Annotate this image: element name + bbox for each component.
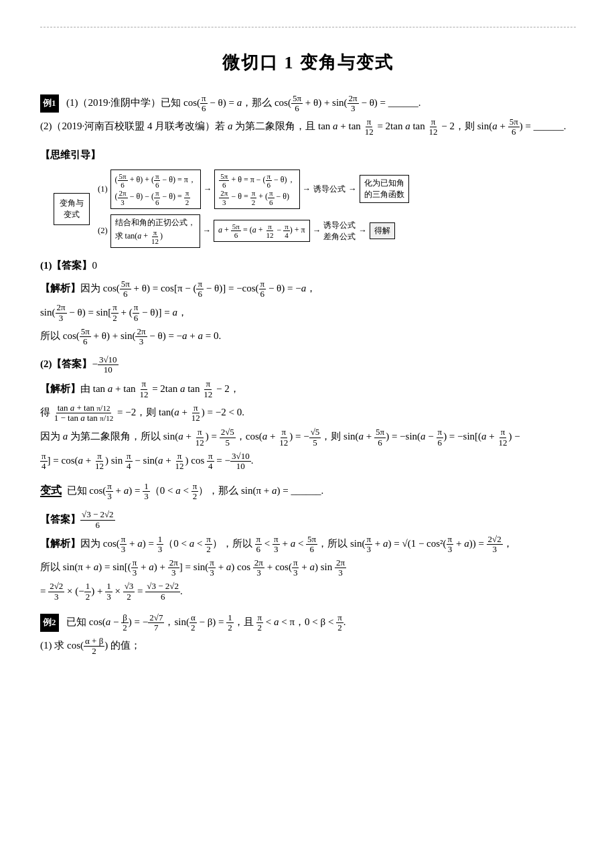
flow-box-main: 变角与变式 xyxy=(54,193,90,225)
flow-conditions-2: 结合和角的正切公式，求 tan(a + π12) xyxy=(110,214,200,248)
analysis2-line3: 因为 a 为第二象限角，所以 sin(a + π12) = 2√55，cos(a… xyxy=(40,427,576,447)
example1-label: 例1 xyxy=(40,94,59,113)
bianse-analysis-line3: = 2√23 × (−12) + 13 × √32 = √3 − 2√26. xyxy=(40,582,576,602)
flow-result-1: 5π6 + θ = π − (π6 − θ)， 2π3 − θ = π2 + (… xyxy=(214,170,299,208)
bianse-answer: 【答案】√3 − 2√26 xyxy=(40,510,576,530)
flow-tag-1: 化为已知角的三角函数 xyxy=(360,175,409,203)
flow-result-final: 得解 xyxy=(370,222,395,239)
answer2: (2)【答案】−3√1010 xyxy=(40,354,576,375)
flow-diagram: 变角与变式 (1) (5π6 + θ) + (π6 − θ) = π， (2π3… xyxy=(54,170,576,248)
analysis1-line1: 【解析】因为 cos(5π6 + θ) = cos[π − (π6 − θ)] … xyxy=(40,279,576,299)
analysis2-line2: 得 tan a + tan π/121 − tan a tan π/12 = −… xyxy=(40,403,576,423)
flow-result-2: a + 5π6 = (a + π12 − π4) + π xyxy=(214,220,310,242)
example2-label: 例2 xyxy=(40,614,59,632)
bianse-analysis-line2: 所以 sin(π + a) = sin[(π3 + a) + 2π3] = si… xyxy=(40,557,576,578)
example2-part1: (1) 求 cos(α + β2) 的值； xyxy=(40,636,576,656)
page-title: 微切口 1 变角与变式 xyxy=(40,51,576,74)
bianse-analysis-line1: 【解析】因为 cos(π3 + a) = 13（0 < a < π2），所以 π… xyxy=(40,534,576,554)
answer1: (1)【答案】0 xyxy=(40,256,576,275)
flow-conditions-1: (5π6 + θ) + (π6 − θ) = π， (2π3 − θ) − (π… xyxy=(110,170,201,208)
siwei-label: 【思维引导】 xyxy=(40,145,576,165)
analysis2-line1: 【解析】由 tan a + tan π12 = 2tan a tan π12 −… xyxy=(40,379,576,399)
example2-header: 例2 已知 cos(a − β2) = −2√77，sin(α2 − β) = … xyxy=(40,612,576,633)
analysis2-line4: π4] = cos(a + π12) sin π4 − sin(a + π12)… xyxy=(40,451,576,471)
bianse-problem: 变式 已知 cos(π3 + a) = 13（0 < a < π2），那么 si… xyxy=(40,480,576,501)
analysis1-line2: sin(2π3 − θ) = sin[π2 + (π6 − θ)] = a， xyxy=(40,303,576,323)
example1-part2: (2)（2019·河南百校联盟 4 月联考改编）若 a 为第二象限角，且 tan… xyxy=(40,117,576,137)
analysis1-line3: 所以 cos(5π6 + θ) + sin(2π3 − θ) = −a + a … xyxy=(40,326,576,346)
example1-part1: 例1 (1)（2019·淮阴中学）已知 cos(π6 − θ) = a，那么 c… xyxy=(40,93,576,113)
example1-section: 例1 (1)（2019·淮阴中学）已知 cos(π6 − θ) = a，那么 c… xyxy=(40,93,576,137)
